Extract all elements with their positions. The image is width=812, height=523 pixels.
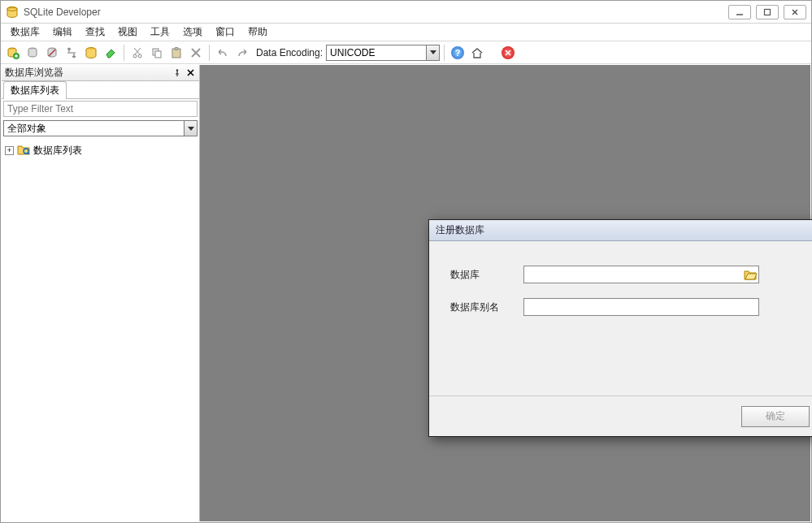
toolbar: Data Encoding: UNICODE ? <box>1 41 811 64</box>
menu-window[interactable]: 窗口 <box>209 24 241 41</box>
dialog-footer: 确定 取消 <box>429 395 812 436</box>
browse-file-icon[interactable] <box>743 267 758 282</box>
label-alias: 数据库别名 <box>450 300 523 314</box>
redo-icon[interactable] <box>233 44 251 62</box>
encoding-select[interactable]: UNICODE <box>326 45 440 61</box>
content-area: 数据库浏览器 数据库列表 全部对象 + <box>2 65 810 521</box>
db-browser-panel: 数据库浏览器 数据库列表 全部对象 + <box>2 65 200 521</box>
minimize-button[interactable] <box>728 5 751 19</box>
paste-icon[interactable] <box>167 44 185 62</box>
toolbar-separator <box>209 45 210 61</box>
tree-expander-icon[interactable]: + <box>5 146 14 155</box>
label-database: 数据库 <box>450 268 523 282</box>
panel-close-icon[interactable] <box>185 67 196 79</box>
database-input[interactable] <box>523 266 759 283</box>
menu-options[interactable]: 选项 <box>176 24 209 41</box>
filter-input[interactable] <box>3 101 198 117</box>
tree-root-label: 数据库列表 <box>33 144 82 158</box>
close-button[interactable] <box>784 5 806 19</box>
menu-help[interactable]: 帮助 <box>241 24 274 41</box>
sql-editor-icon[interactable] <box>82 44 100 62</box>
app-icon <box>6 6 19 19</box>
open-db-icon[interactable] <box>24 44 41 62</box>
spacer <box>450 331 812 387</box>
copy-icon[interactable] <box>148 44 166 62</box>
cut-icon[interactable] <box>128 44 146 62</box>
stop-icon[interactable] <box>499 44 517 62</box>
svg-point-16 <box>138 54 141 58</box>
alias-input[interactable] <box>523 298 759 316</box>
svg-rect-3 <box>765 9 771 15</box>
svg-line-17 <box>135 48 141 54</box>
window-controls <box>728 5 806 19</box>
menu-search[interactable]: 查找 <box>79 24 111 41</box>
database-input-wrap <box>523 266 759 283</box>
chevron-down-icon <box>184 121 197 136</box>
object-scope-value: 全部对象 <box>7 122 46 136</box>
maximize-button[interactable] <box>756 5 779 19</box>
menubar: 数据库 编辑 查找 视图 工具 选项 窗口 帮助 <box>1 24 811 41</box>
eraser-icon[interactable] <box>102 44 119 62</box>
alias-input-wrap <box>523 298 759 316</box>
folder-search-icon <box>17 143 30 158</box>
menu-view[interactable]: 视图 <box>111 24 144 41</box>
ok-button[interactable]: 确定 <box>741 406 810 427</box>
object-scope-select[interactable]: 全部对象 <box>3 120 198 136</box>
pin-icon[interactable] <box>172 67 183 79</box>
close-db-icon[interactable] <box>43 44 61 62</box>
svg-point-27 <box>176 69 178 71</box>
chevron-down-icon <box>426 45 439 60</box>
delete-icon[interactable] <box>187 44 205 62</box>
workspace: 注册数据库 数据库 <box>200 65 810 521</box>
toolbar-separator <box>444 45 445 61</box>
svg-rect-20 <box>155 51 161 58</box>
db-tree: + 数据库列表 <box>2 138 199 521</box>
dialog-body: 数据库 数据库别名 <box>429 241 812 395</box>
register-db-icon[interactable] <box>4 44 22 62</box>
panel-title: 数据库浏览器 <box>5 66 170 80</box>
panel-tabs: 数据库列表 <box>2 81 199 99</box>
main-window: SQLite Developer 数据库 编辑 查找 视图 工具 选项 窗口 帮… <box>0 0 812 523</box>
refresh-icon[interactable] <box>63 44 80 62</box>
svg-line-18 <box>134 48 140 54</box>
svg-point-15 <box>133 54 137 58</box>
window-title: SQLite Developer <box>24 6 101 18</box>
help-icon[interactable]: ? <box>449 44 467 62</box>
tree-root-row[interactable]: + 数据库列表 <box>5 141 196 160</box>
toolbar-separator <box>124 45 124 61</box>
titlebar: SQLite Developer <box>1 1 811 24</box>
register-db-dialog: 注册数据库 数据库 <box>428 219 812 437</box>
row-alias: 数据库别名 <box>450 298 812 316</box>
dialog-titlebar[interactable]: 注册数据库 <box>429 220 812 241</box>
dialog-title: 注册数据库 <box>436 223 812 237</box>
row-database: 数据库 <box>450 266 812 283</box>
menu-database[interactable]: 数据库 <box>4 24 46 41</box>
encoding-value: UNICODE <box>330 47 375 58</box>
menu-edit[interactable]: 编辑 <box>46 24 79 41</box>
panel-header: 数据库浏览器 <box>2 65 199 81</box>
tab-db-list[interactable]: 数据库列表 <box>3 81 67 99</box>
home-icon[interactable] <box>468 44 486 62</box>
menu-tools[interactable]: 工具 <box>144 24 176 41</box>
svg-rect-22 <box>175 47 178 50</box>
encoding-label: Data Encoding: <box>256 47 323 58</box>
undo-icon[interactable] <box>214 44 232 62</box>
